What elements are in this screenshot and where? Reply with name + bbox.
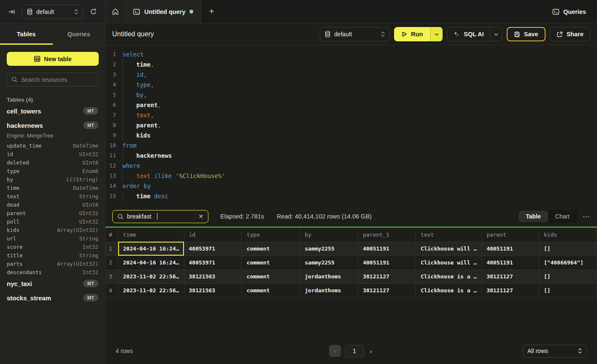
column-row[interactable]: titleString [0, 251, 105, 259]
cell[interactable]: Clickhouse will … [416, 242, 482, 256]
share-button[interactable]: Share [550, 27, 590, 41]
code-line[interactable]: 3id, [105, 70, 597, 80]
database-select[interactable]: default [22, 5, 83, 19]
column-row[interactable]: timeDateTime [0, 183, 105, 192]
cell[interactable]: 2023-11-02 22:56… [118, 283, 184, 297]
page-number-input[interactable]: 1 [345, 345, 364, 357]
cell[interactable]: 2024-04-16 16:24… [118, 256, 184, 270]
cell[interactable]: comment [242, 270, 300, 283]
column-header-by[interactable]: by [300, 228, 358, 242]
clear-search-icon[interactable]: ✕ [198, 213, 203, 220]
results-search-input[interactable] [127, 213, 157, 220]
cell[interactable]: 40051191 [358, 242, 416, 256]
tab-home[interactable] [105, 0, 125, 23]
column-row[interactable]: partsArray(UInt32) [0, 259, 105, 268]
page-size-select[interactable]: All rows [523, 345, 587, 358]
code-line[interactable]: 7text, [105, 110, 597, 120]
table-item-hackernews[interactable]: hackernewsMT [0, 118, 105, 132]
cell[interactable]: [] [539, 283, 597, 297]
cell[interactable]: jordanthoms [300, 283, 358, 297]
cell[interactable]: 40051191 [358, 256, 416, 270]
column-row[interactable]: urlString [0, 234, 105, 243]
cell[interactable]: comment [242, 256, 300, 270]
column-row[interactable]: update_timeDateTime [0, 141, 105, 150]
column-header-type[interactable]: type [242, 228, 300, 242]
view-tab-table[interactable]: Table [519, 210, 548, 222]
cell[interactable]: comment [242, 242, 300, 256]
cell[interactable]: 1 [105, 242, 118, 256]
column-row[interactable]: pollUInt32 [0, 217, 105, 226]
run-options-button[interactable] [430, 27, 443, 41]
table-item-cell_towers[interactable]: cell_towersMT [0, 104, 105, 118]
cell[interactable]: 38121563 [184, 270, 242, 283]
code-line[interactable]: 13text ilike '%ClickHouse%' [105, 171, 597, 181]
run-button[interactable]: Run [394, 27, 430, 41]
cell[interactable]: 38121127 [482, 283, 539, 297]
code-line[interactable]: 6parent, [105, 100, 597, 110]
collapse-sidebar-icon[interactable] [6, 6, 18, 18]
column-header-#[interactable]: # [105, 228, 118, 242]
cell[interactable]: 40053971 [184, 242, 242, 256]
column-row[interactable]: idUInt32 [0, 150, 105, 158]
code-line[interactable]: 12where [105, 161, 597, 171]
column-header-parent[interactable]: parent [482, 228, 539, 242]
refresh-icon[interactable] [87, 6, 99, 18]
cell[interactable]: 40051191 [482, 256, 539, 270]
cell[interactable]: 4 [105, 283, 118, 297]
cell[interactable]: Clickhouse is a … [416, 283, 482, 297]
column-row[interactable]: byLC(String) [0, 175, 105, 183]
cell[interactable]: 2 [105, 256, 118, 270]
cell[interactable]: sammy2255 [300, 256, 358, 270]
column-row[interactable]: typeEnum8 [0, 167, 105, 175]
column-header-parent_1[interactable]: parent_1 [358, 228, 416, 242]
cell[interactable]: [] [539, 270, 597, 283]
cell[interactable]: 38121127 [482, 270, 539, 283]
cell[interactable]: Clickhouse will … [416, 256, 482, 270]
cell[interactable]: ["40066964"] [539, 256, 597, 270]
tab-untitled-query[interactable]: Untitled query [125, 0, 201, 23]
column-header-kids[interactable]: kids [539, 228, 597, 242]
code-line[interactable]: 5by, [105, 90, 597, 100]
code-line[interactable]: 15time desc [105, 191, 597, 201]
new-table-button[interactable]: New table [7, 52, 99, 66]
next-page-button[interactable]: › [368, 346, 374, 356]
sidebar-tab-queries[interactable]: Queries [53, 24, 105, 44]
cell[interactable]: 40053971 [184, 256, 242, 270]
code-line[interactable]: 11hackernews [105, 151, 597, 161]
cell[interactable]: sammy2255 [300, 242, 358, 256]
column-row[interactable]: descendantsInt32 [0, 268, 105, 276]
code-line[interactable]: 9kids [105, 130, 597, 140]
prev-page-button[interactable]: ‹ [329, 345, 341, 357]
cell[interactable]: comment [242, 283, 300, 297]
column-header-text[interactable]: text [416, 228, 482, 242]
cell[interactable]: [] [539, 242, 597, 256]
column-row[interactable]: parentUInt32 [0, 209, 105, 217]
results-search[interactable]: ✕ [112, 210, 208, 223]
table-item-stocks_stream[interactable]: stocks_streamMT [0, 291, 105, 305]
cell[interactable]: 40051191 [482, 242, 539, 256]
save-button[interactable]: Save [507, 27, 546, 41]
cell[interactable]: 3 [105, 270, 118, 283]
column-row[interactable]: textString [0, 192, 105, 200]
code-line[interactable]: 4type, [105, 80, 597, 90]
code-line[interactable]: 14order by [105, 181, 597, 191]
column-header-time[interactable]: time [118, 228, 184, 242]
code-line[interactable]: 1select [105, 49, 597, 59]
code-line[interactable]: 10from [105, 140, 597, 151]
more-options-icon[interactable]: ⋯ [583, 212, 590, 221]
cell[interactable]: 38121563 [184, 283, 242, 297]
sql-editor[interactable]: 1select2time,3id,4type,5by,6parent,7text… [105, 45, 597, 206]
new-tab-button[interactable]: + [201, 0, 222, 23]
view-tab-chart[interactable]: Chart [548, 210, 577, 222]
code-line[interactable]: 2time, [105, 59, 597, 70]
column-row[interactable]: deadUInt8 [0, 200, 105, 209]
sidebar-tab-tables[interactable]: Tables [0, 24, 53, 44]
cell[interactable]: 38121127 [358, 270, 416, 283]
column-row[interactable]: deletedUInt8 [0, 158, 105, 167]
column-row[interactable]: kidsArray(UInt32) [0, 226, 105, 234]
sql-ai-options-button[interactable] [490, 27, 502, 41]
column-row[interactable]: scoreInt32 [0, 243, 105, 251]
code-line[interactable]: 8parent, [105, 120, 597, 130]
queries-button[interactable]: Queries [552, 8, 586, 15]
sidebar-search[interactable] [7, 73, 98, 86]
